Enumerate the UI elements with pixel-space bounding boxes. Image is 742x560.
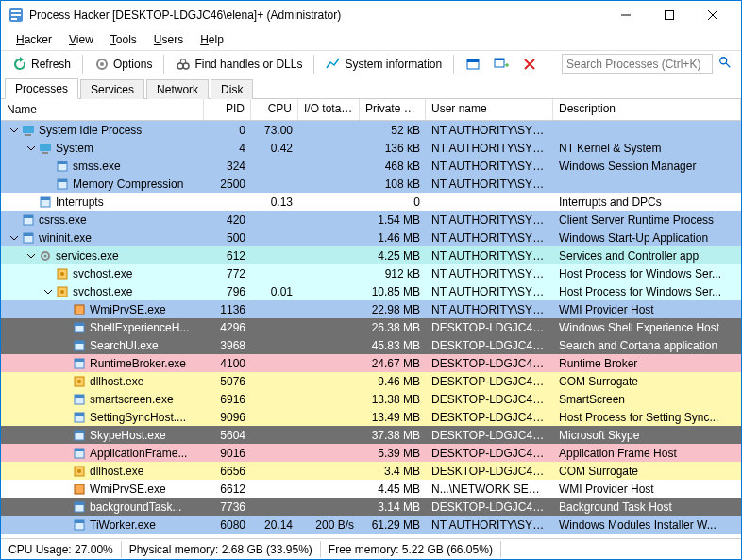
cell-user: NT AUTHORITY\SYSTEM [426,178,553,191]
process-row[interactable]: svchost.exe772912 kBNT AUTHORITY\SYSTEMH… [1,264,741,282]
process-name: SettingSyncHost.... [90,411,186,424]
cell-private: 13.49 MB [360,411,426,424]
svg-rect-42 [75,341,84,344]
close-button[interactable] [691,2,734,28]
process-row[interactable]: TiWorker.exe608020.14200 B/s61.29 MBNT A… [1,516,741,534]
process-row[interactable]: System40.42136 kBNT AUTHORITY\SYSTEMNT K… [1,139,741,157]
col-io[interactable]: I/O total ... [298,99,360,120]
cell-user: NT AUTHORITY\SYSTEM [426,142,553,155]
window-tool-1[interactable] [460,54,486,75]
options-button[interactable]: Options [89,54,158,75]
cell-private: 108 kB [360,178,426,191]
cell-pid: 5076 [204,375,251,388]
cell-private: 3.4 MB [360,465,426,478]
cell-desc: Windows Start-Up Application [553,231,741,245]
cell-user: DESKTOP-LDGJC46\elen [426,357,553,370]
process-row[interactable]: Interrupts0.130Interrupts and DPCs [1,193,741,211]
status-cpu: CPU Usage: 27.00% [1,541,122,558]
cell-user: DESKTOP-LDGJC46\elen [426,429,553,442]
svg-point-33 [44,254,47,257]
find-button[interactable]: Find handles or DLLs [170,54,308,75]
process-row[interactable]: smartscreen.exe691613.38 MBDESKTOP-LDGJC… [1,390,741,408]
cell-user: NT AUTHORITY\SYSTEM [426,231,553,245]
tab-processes[interactable]: Processes [5,78,78,99]
x-icon [522,57,537,72]
process-row[interactable]: RuntimeBroker.exe410024.67 MBDESKTOP-LDG… [1,354,741,372]
process-row[interactable]: SettingSyncHost....909613.49 MBDESKTOP-L… [1,408,741,426]
col-private[interactable]: Private b... [360,99,426,120]
expand-icon[interactable] [25,143,37,154]
process-row[interactable]: smss.exe324468 kBNT AUTHORITY\SYSTEMWind… [1,157,741,175]
cell-desc: COM Surrogate [553,465,741,478]
svg-rect-5 [665,11,673,20]
process-row[interactable]: WmiPrvSE.exe66124.45 MBN...\NETWORK SERV… [1,480,741,498]
col-pid[interactable]: PID [204,99,251,120]
cell-private: 912 kB [360,267,426,280]
process-row[interactable]: backgroundTask...77363.14 MBDESKTOP-LDGJ… [1,498,741,516]
separator [82,55,83,74]
svg-point-11 [183,63,189,69]
process-row[interactable]: svchost.exe7960.0110.85 MBNT AUTHORITY\S… [1,282,741,300]
refresh-button[interactable]: Refresh [7,54,76,75]
process-name: dllhost.exe [90,375,143,388]
expand-icon[interactable] [8,125,20,136]
cell-desc: Application Frame Host [553,447,741,460]
col-user[interactable]: User name [426,99,553,120]
cell-user: DESKTOP-LDGJC46\elen [426,501,553,514]
expand-icon[interactable] [42,286,54,297]
process-row[interactable]: ShellExperienceH...429626.38 MBDESKTOP-L… [1,318,741,336]
cell-private: 468 kB [360,160,426,173]
tab-services[interactable]: Services [80,79,144,99]
col-desc[interactable]: Description [553,99,741,120]
process-row[interactable]: System Idle Process073.0052 kBNT AUTHORI… [1,121,741,139]
cell-private: 10.85 MB [360,285,426,298]
separator [313,55,314,74]
close-tool[interactable] [516,54,543,75]
col-cpu[interactable]: CPU [251,99,298,120]
minimize-button[interactable] [604,2,647,28]
window-icon [465,57,481,72]
gear-icon [94,57,110,72]
menu-tools[interactable]: Tools [103,31,144,48]
cell-pid: 0 [204,124,251,137]
process-row[interactable]: Memory Compression2500108 kBNT AUTHORITY… [1,175,741,193]
cell-pid: 7736 [204,501,251,514]
maximize-button[interactable] [648,2,690,28]
cell-cpu: 0.01 [251,285,298,298]
menu-help[interactable]: Help [193,31,231,48]
process-icon [56,178,69,191]
search-button[interactable] [715,54,735,75]
search-input[interactable] [562,54,713,74]
cell-private: 22.98 MB [360,303,426,316]
cell-pid: 6080 [204,518,251,532]
process-row[interactable]: dllhost.exe66563.4 MBDESKTOP-LDGJC46\ele… [1,462,741,480]
svg-rect-3 [11,18,17,20]
tab-network[interactable]: Network [146,79,209,99]
process-row[interactable]: dllhost.exe50769.46 MBDESKTOP-LDGJC46\el… [1,372,741,390]
menu-hacker[interactable]: Hacker [8,31,59,48]
process-row[interactable]: SearchUI.exe396845.83 MBDESKTOP-LDGJC46\… [1,336,741,354]
process-row[interactable]: wininit.exe5001.46 MBNT AUTHORITY\SYSTEM… [1,229,741,246]
process-row[interactable]: services.exe6124.25 MBNT AUTHORITY\SYSTE… [1,246,741,264]
cell-pid: 6916 [204,393,251,406]
find-label: Find handles or DLLs [194,58,302,71]
process-row[interactable]: ApplicationFrame...90165.39 MBDESKTOP-LD… [1,444,741,462]
process-icon [73,501,86,514]
grid-body[interactable]: System Idle Process073.0052 kBNT AUTHORI… [1,121,741,538]
menu-view[interactable]: View [61,31,101,48]
svg-rect-13 [467,59,479,62]
search-icon [718,56,732,72]
process-row[interactable]: WmiPrvSE.exe113622.98 MBNT AUTHORITY\SYS… [1,300,741,318]
process-row[interactable]: SkypeHost.exe560437.38 MBDESKTOP-LDGJC46… [1,426,741,444]
process-row[interactable]: csrss.exe4201.54 MBNT AUTHORITY\SYSTEMCl… [1,211,741,229]
menu-users[interactable]: Users [146,31,191,48]
process-name: SkypeHost.exe [90,429,166,442]
expand-icon[interactable] [8,232,20,244]
tab-disk[interactable]: Disk [211,79,253,99]
svg-rect-18 [23,126,34,133]
window-tool-2[interactable] [488,54,514,75]
svg-rect-23 [58,161,67,164]
col-name[interactable]: Name [1,99,204,120]
sysinfo-button[interactable]: System information [320,54,447,75]
expand-icon[interactable] [25,250,37,262]
